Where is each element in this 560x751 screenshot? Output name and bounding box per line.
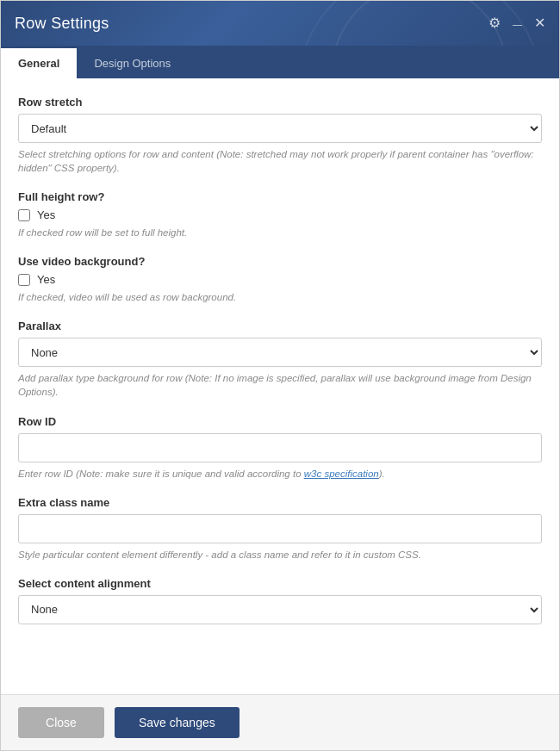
modal-footer: Close Save changes [1, 694, 559, 750]
close-icon[interactable] [534, 16, 545, 30]
parallax-hint: Add parallax type background for row (No… [18, 371, 542, 399]
row-id-hint: Enter row ID (Note: make sure it is uniq… [18, 467, 542, 481]
video-background-checkbox-label[interactable]: Yes [37, 273, 55, 286]
header-controls [488, 16, 545, 30]
full-height-row-label: Full height row? [18, 190, 542, 203]
extra-class-label: Extra class name [18, 496, 542, 509]
tab-general[interactable]: General [1, 46, 77, 78]
content-alignment-label: Select content alignment [18, 577, 542, 590]
full-height-row-checkbox-row: Yes [18, 208, 542, 221]
parallax-label: Parallax [18, 320, 542, 332]
video-background-checkbox[interactable] [18, 274, 30, 286]
video-background-checkbox-row: Yes [18, 273, 542, 286]
content-alignment-section: Select content alignment None Left Cente… [18, 577, 542, 624]
extra-class-input[interactable] [18, 514, 542, 543]
close-button[interactable]: Close [18, 707, 104, 738]
gear-icon[interactable] [488, 16, 501, 30]
full-height-row-section: Full height row? Yes If checked row will… [18, 190, 542, 239]
modal-body: Row stretch Default Full Width Full Widt… [1, 78, 559, 694]
row-id-input[interactable] [18, 433, 542, 462]
full-height-row-checkbox-label[interactable]: Yes [37, 208, 55, 221]
parallax-section: Parallax None Simple Simple with Fade Tr… [18, 320, 542, 399]
full-height-row-checkbox[interactable] [18, 209, 30, 221]
row-stretch-select[interactable]: Default Full Width Full Width Content Fu… [18, 114, 542, 143]
full-height-row-hint: If checked row will be set to full heigh… [18, 226, 542, 239]
video-background-hint: If checked, video will be used as row ba… [18, 290, 542, 304]
parallax-select[interactable]: None Simple Simple with Fade True Parall… [18, 338, 542, 367]
video-background-section: Use video background? Yes If checked, vi… [18, 255, 542, 304]
modal-title: Row Settings [15, 15, 109, 33]
row-stretch-hint: Select stretching options for row and co… [18, 147, 542, 175]
minimize-icon[interactable] [513, 16, 522, 30]
w3c-spec-link[interactable]: w3c specification [304, 469, 379, 479]
extra-class-hint: Style particular content element differe… [18, 548, 542, 562]
tab-bar: General Design Options [1, 46, 559, 78]
row-stretch-section: Row stretch Default Full Width Full Widt… [18, 96, 542, 175]
row-id-label: Row ID [18, 415, 542, 428]
save-changes-button[interactable]: Save changes [115, 707, 240, 738]
content-alignment-select[interactable]: None Left Center Right [18, 595, 542, 624]
modal-header: Row Settings [1, 1, 559, 46]
row-stretch-label: Row stretch [18, 96, 542, 109]
video-background-label: Use video background? [18, 255, 542, 268]
extra-class-section: Extra class name Style particular conten… [18, 496, 542, 562]
modal-container: Row Settings General Design Options Row … [0, 0, 560, 751]
row-id-section: Row ID Enter row ID (Note: make sure it … [18, 415, 542, 481]
tab-design-options[interactable]: Design Options [77, 46, 188, 78]
